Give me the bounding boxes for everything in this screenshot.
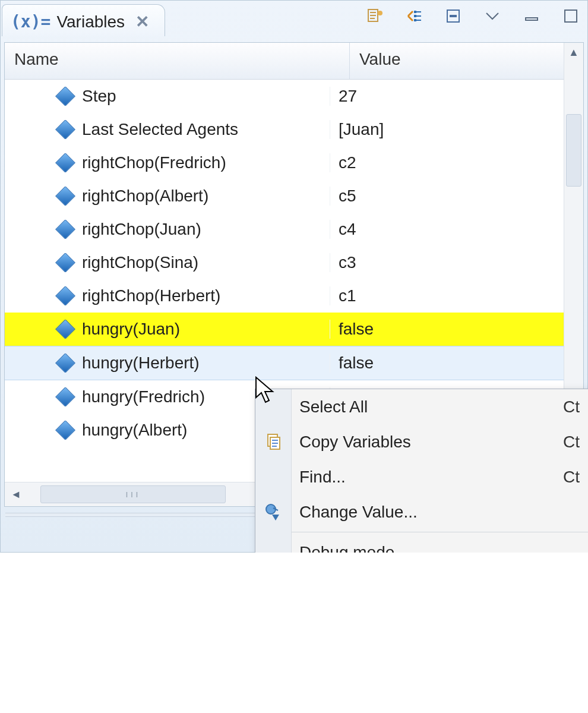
- menu-item-shortcut: Ct: [563, 433, 588, 452]
- menu-item-shortcut: Ct: [563, 468, 588, 487]
- menu-item-label: Find...: [291, 468, 563, 487]
- table-row[interactable]: rightChop(Juan)c4: [5, 213, 564, 246]
- variable-value: false: [330, 320, 564, 339]
- menu-item-label: Select All: [291, 397, 563, 417]
- variable-icon: [55, 354, 75, 373]
- table-row[interactable]: Last Selected Agents[Juan]: [5, 113, 564, 146]
- variables-view-panel: (x)= Variables ✕: [0, 0, 588, 553]
- menu-item-icon: [255, 433, 291, 452]
- column-header-value[interactable]: Value: [350, 43, 564, 80]
- view-toolbar: [363, 4, 583, 28]
- table-row[interactable]: Step27: [5, 80, 564, 113]
- table-row[interactable]: hungry(Herbert)false: [5, 346, 564, 380]
- maximize-button[interactable]: [559, 4, 583, 28]
- svg-rect-3: [414, 15, 416, 17]
- variable-icon: [55, 387, 75, 406]
- variable-icon: [55, 187, 75, 206]
- variable-value: c2: [330, 153, 564, 172]
- table-row[interactable]: rightChop(Herbert)c1: [5, 279, 564, 313]
- svg-rect-6: [450, 15, 457, 17]
- svg-rect-4: [414, 19, 416, 21]
- variable-value: c3: [330, 253, 564, 272]
- collapse-all-button[interactable]: [402, 4, 426, 28]
- view-menu-button[interactable]: [480, 4, 504, 28]
- tab-title: Variables: [56, 12, 125, 31]
- context-menu-item[interactable]: Debug mode: [255, 535, 588, 553]
- variable-value: false: [330, 354, 564, 373]
- variable-icon: [55, 153, 75, 172]
- variable-name: rightChop(Sina): [82, 253, 198, 272]
- context-menu-item[interactable]: Change Value...: [255, 494, 588, 529]
- horizontal-scroll-thumb[interactable]: ııı: [40, 485, 226, 503]
- menu-item-shortcut: Ct: [563, 397, 588, 417]
- variable-value: c1: [330, 286, 564, 305]
- vertical-scroll-thumb[interactable]: [566, 114, 581, 187]
- svg-rect-2: [414, 11, 416, 13]
- table-row[interactable]: hungry(Juan)false: [5, 313, 564, 346]
- variable-value: c5: [330, 187, 564, 206]
- table-row[interactable]: rightChop(Sina)c3: [5, 246, 564, 279]
- menu-item-label: Debug mode: [291, 543, 580, 553]
- variable-name: rightChop(Fredrich): [82, 153, 226, 172]
- variable-name: rightChop(Juan): [82, 220, 201, 239]
- context-menu-item[interactable]: Copy VariablesCt: [255, 424, 588, 459]
- scroll-up-icon[interactable]: ▲: [564, 43, 583, 62]
- column-header-name[interactable]: Name: [5, 43, 350, 80]
- close-tab-icon[interactable]: ✕: [131, 12, 154, 31]
- variable-icon: [55, 87, 75, 106]
- minimize-button[interactable]: [520, 4, 543, 28]
- menu-item-icon: [255, 503, 291, 522]
- variable-icon: [55, 253, 75, 272]
- context-menu-item[interactable]: Select AllCt: [255, 389, 588, 424]
- variable-name: hungry(Juan): [82, 320, 180, 339]
- svg-rect-8: [565, 10, 577, 22]
- variable-name: rightChop(Albert): [82, 187, 208, 206]
- svg-rect-7: [526, 18, 538, 20]
- svg-point-1: [378, 11, 382, 15]
- variable-name: hungry(Albert): [82, 421, 187, 440]
- table-row[interactable]: rightChop(Albert)c5: [5, 179, 564, 213]
- variable-icon: [55, 286, 75, 305]
- context-menu: Select AllCtCopy VariablesCtFind...CtCha…: [255, 389, 588, 553]
- variable-name: rightChop(Herbert): [82, 286, 220, 305]
- variable-value: c4: [330, 220, 564, 239]
- variable-value: [Juan]: [330, 120, 564, 139]
- variable-icon: [55, 421, 75, 440]
- toggle-button[interactable]: [441, 4, 465, 28]
- variable-value: 27: [330, 87, 564, 106]
- variable-name: Step: [82, 87, 116, 106]
- variable-name: Last Selected Agents: [82, 120, 238, 139]
- variable-name: hungry(Herbert): [82, 354, 200, 373]
- svg-point-11: [266, 504, 276, 514]
- variable-name: hungry(Fredrich): [82, 387, 205, 406]
- show-logical-structure-button[interactable]: [363, 4, 387, 28]
- tab-bar: (x)= Variables ✕: [1, 1, 587, 36]
- table-row[interactable]: rightChop(Fredrich)c2: [5, 146, 564, 179]
- context-menu-separator: [291, 532, 588, 532]
- tab-variables[interactable]: (x)= Variables ✕: [2, 4, 165, 36]
- table-header-row: Name Value: [5, 43, 564, 80]
- menu-item-label: Change Value...: [291, 503, 580, 522]
- variable-icon: [55, 120, 75, 139]
- variables-icon: (x)=: [11, 12, 50, 31]
- variable-icon: [55, 220, 75, 239]
- context-menu-item[interactable]: Find...Ct: [255, 459, 588, 494]
- variable-icon: [55, 320, 75, 339]
- menu-item-label: Copy Variables: [291, 433, 563, 452]
- scroll-left-icon[interactable]: ◄: [5, 482, 27, 506]
